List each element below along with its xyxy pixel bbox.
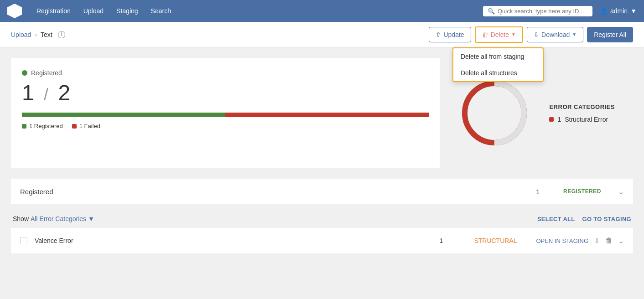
legend: 1 Registered 1 Failed bbox=[22, 123, 429, 129]
error-categories: ERROR CATEGORIES 1 Structural Error bbox=[549, 103, 615, 123]
download-chevron-icon: ▼ bbox=[572, 32, 576, 37]
count-slash: / bbox=[44, 85, 48, 104]
update-button[interactable]: ⇧ Update bbox=[429, 27, 471, 42]
delete-chevron-icon: ▼ bbox=[511, 32, 516, 37]
register-all-button[interactable]: Register All bbox=[587, 27, 633, 42]
green-dot-icon bbox=[22, 70, 27, 76]
registered-row-count: 1 bbox=[536, 188, 563, 196]
delete-button[interactable]: 🗑 Delete ▼ bbox=[475, 26, 523, 43]
select-all-button[interactable]: SELECT ALL bbox=[537, 216, 575, 222]
registered-label: Registered bbox=[22, 69, 429, 77]
user-icon: 👤 bbox=[600, 7, 608, 15]
count-numerator: 1 bbox=[22, 81, 34, 105]
breadcrumb-parent[interactable]: Upload bbox=[11, 31, 31, 38]
legend-registered: 1 Registered bbox=[22, 123, 63, 129]
app-logo[interactable] bbox=[7, 4, 22, 18]
trash-icon: 🗑 bbox=[482, 31, 488, 38]
filter-chevron-icon: ▼ bbox=[88, 215, 94, 222]
breadcrumb: Upload › Text i bbox=[11, 31, 429, 38]
upload-icon: ⇧ bbox=[436, 31, 441, 38]
progress-bar bbox=[22, 113, 429, 117]
user-menu[interactable]: 👤 admin ▼ bbox=[600, 7, 637, 15]
main-content: Registered 1 / 2 1 Registered 1 Failed bbox=[0, 47, 644, 179]
delete-structures-item[interactable]: Delete all structures bbox=[453, 65, 543, 81]
filter-label-text: All Error Categories bbox=[31, 215, 86, 222]
page-header: Upload › Text i ⇧ Update 🗑 Delete ▼ ⇩ Do… bbox=[0, 22, 644, 47]
error-categories-title: ERROR CATEGORIES bbox=[549, 103, 615, 110]
toolbar: ⇧ Update 🗑 Delete ▼ ⇩ Download ▼ Registe… bbox=[429, 26, 633, 43]
delete-dropdown-menu: Delete all from staging Delete all struc… bbox=[452, 47, 544, 82]
registered-row: Registered 1 REGISTERED ⌄ bbox=[11, 179, 633, 204]
error-cat-label: Structural Error bbox=[565, 116, 608, 123]
registered-row-label: Registered bbox=[20, 188, 536, 196]
error-row: Valence Error 1 STRUCTURAL OPEN IN STAGI… bbox=[11, 228, 633, 253]
search-icon: 🔍 bbox=[488, 8, 495, 15]
registered-section: Registered 1 REGISTERED ⌄ bbox=[11, 179, 633, 204]
table-area: Registered 1 REGISTERED ⌄ Show All Error… bbox=[0, 179, 644, 265]
user-chevron-icon: ▼ bbox=[630, 7, 637, 15]
filter-actions: SELECT ALL GO TO STAGING bbox=[537, 216, 631, 222]
count-denominator: 2 bbox=[58, 81, 70, 105]
error-cat-dot bbox=[549, 117, 554, 122]
download-icon: ⇩ bbox=[534, 31, 539, 38]
delete-action-icon[interactable]: 🗑 bbox=[605, 237, 613, 245]
open-in-staging-link[interactable]: OPEN IN STAGING bbox=[536, 237, 588, 244]
error-row-name: Valence Error bbox=[35, 237, 432, 244]
progress-fill bbox=[22, 113, 225, 117]
legend-failed: 1 Failed bbox=[72, 123, 100, 129]
nav-links: Registration Upload Staging Search bbox=[31, 5, 483, 17]
registered-row-chevron-icon[interactable]: ⌄ bbox=[618, 187, 624, 196]
nav-staging[interactable]: Staging bbox=[111, 5, 143, 17]
donut-chart bbox=[458, 77, 531, 150]
delete-from-staging-item[interactable]: Delete all from staging bbox=[453, 48, 543, 65]
error-cat-count: 1 bbox=[557, 116, 561, 123]
top-nav: Registration Upload Staging Search 🔍 👤 a… bbox=[0, 0, 644, 22]
filter-bar: Show All Error Categories ▼ SELECT ALL G… bbox=[11, 210, 633, 228]
error-row-badge: STRUCTURAL bbox=[474, 237, 529, 244]
count-display: 1 / 2 bbox=[22, 80, 429, 105]
breadcrumb-separator: › bbox=[35, 31, 37, 38]
info-icon[interactable]: i bbox=[58, 31, 65, 38]
breadcrumb-current: Text bbox=[41, 31, 52, 38]
error-row-actions: OPEN IN STAGING ⇩ 🗑 ⌄ bbox=[536, 237, 624, 245]
error-row-count: 1 bbox=[439, 237, 467, 244]
nav-search[interactable]: Search bbox=[145, 5, 177, 17]
registered-row-badge: REGISTERED bbox=[563, 188, 618, 195]
download-action-icon[interactable]: ⇩ bbox=[594, 237, 600, 245]
go-to-staging-button[interactable]: GO TO STAGING bbox=[582, 216, 631, 222]
error-category-filter[interactable]: All Error Categories ▼ bbox=[31, 215, 94, 222]
error-cat-item: 1 Structural Error bbox=[549, 116, 615, 123]
legend-failed-dot bbox=[72, 124, 77, 129]
nav-registration[interactable]: Registration bbox=[31, 5, 76, 17]
search-input[interactable] bbox=[498, 8, 588, 15]
donut-svg bbox=[458, 77, 531, 150]
error-row-checkbox[interactable] bbox=[20, 237, 27, 244]
user-name: admin bbox=[610, 7, 628, 15]
nav-upload[interactable]: Upload bbox=[78, 5, 109, 17]
quick-search: 🔍 bbox=[483, 6, 592, 16]
error-row-chevron-icon[interactable]: ⌄ bbox=[618, 237, 624, 245]
show-label: Show bbox=[13, 215, 29, 222]
error-section: Valence Error 1 STRUCTURAL OPEN IN STAGI… bbox=[11, 228, 633, 253]
download-button[interactable]: ⇩ Download ▼ bbox=[527, 27, 583, 42]
legend-registered-dot bbox=[22, 124, 26, 129]
stats-panel: Registered 1 / 2 1 Registered 1 Failed bbox=[11, 58, 440, 168]
